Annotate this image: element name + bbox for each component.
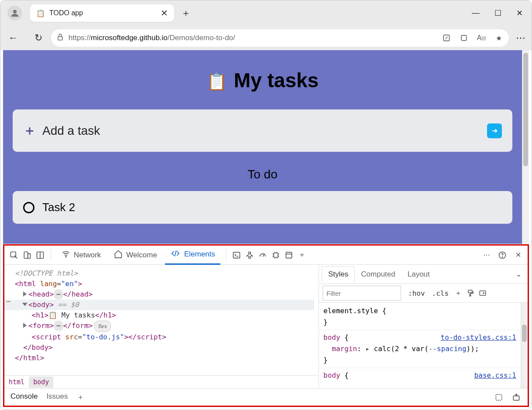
dom-line[interactable]: <script src="to-do.js"></script> <box>15 332 314 342</box>
clipboard-icon: 📋 <box>36 9 45 17</box>
submit-task-button[interactable]: ➜ <box>487 123 502 138</box>
address-bar-row: ← ↻ https://microsoftedge.github.io/Demo… <box>0 26 532 50</box>
favorite-star-icon[interactable]: ★ <box>494 33 504 43</box>
crumb-html[interactable]: html <box>4 376 29 388</box>
tab-computed[interactable]: Computed <box>355 266 401 282</box>
inspect-icon[interactable] <box>9 250 19 260</box>
close-devtools-icon[interactable]: ✕ <box>513 250 523 260</box>
tab-layout[interactable]: Layout <box>402 266 436 282</box>
dom-line[interactable]: <h1>📋 My tasks</h1> <box>15 310 314 321</box>
memory-icon[interactable] <box>271 250 281 260</box>
tab[interactable]: 📋 TODO app ✕ <box>30 4 174 22</box>
page-viewport: 📋My tasks ＋ Add a task ➜ To do Task 2 <box>3 50 522 244</box>
minimize-icon[interactable]: — <box>472 8 480 18</box>
css-source-link[interactable]: to-do-styles.css:1 <box>441 332 516 343</box>
svg-line-15 <box>263 254 264 256</box>
svg-point-9 <box>65 256 66 257</box>
application-icon[interactable] <box>284 250 294 260</box>
styles-filter-input[interactable] <box>323 286 401 301</box>
more-tools-icon[interactable]: ⋯ <box>481 250 492 260</box>
drawer-expand-icon[interactable] <box>511 392 522 403</box>
refresh-button[interactable]: ↻ <box>32 32 45 44</box>
home-icon <box>114 249 123 260</box>
svg-rect-1 <box>58 37 63 40</box>
maximize-icon[interactable]: ☐ <box>494 8 501 18</box>
titlebar: 📋 TODO app ✕ ＋ — ☐ ✕ <box>0 0 532 26</box>
clipboard-icon: 📋 <box>206 72 227 91</box>
drawer-tab-console[interactable]: Console <box>10 392 38 402</box>
tab-welcome[interactable]: Welcome <box>109 246 162 265</box>
devtools-panel: Network Welcome Elements ＋ ⋯ ✕ <!DOCTYPE… <box>3 244 529 407</box>
new-style-icon[interactable]: ＋ <box>452 287 464 299</box>
add-tab-icon[interactable]: ＋ <box>297 250 307 260</box>
svg-line-10 <box>175 250 176 256</box>
drawer-tab-issues[interactable]: Issues <box>46 392 68 402</box>
tab-elements[interactable]: Elements <box>165 246 220 265</box>
dom-line[interactable]: <form>⋯</form>flex <box>15 321 314 332</box>
svg-rect-33 <box>513 396 519 400</box>
cls-toggle[interactable]: .cls <box>429 289 453 297</box>
svg-rect-6 <box>28 253 31 258</box>
svg-point-14 <box>248 256 251 258</box>
add-drawer-tab-icon[interactable]: ＋ <box>77 392 84 402</box>
tab-styles[interactable]: Styles <box>322 266 355 283</box>
read-aloud-icon[interactable]: A))) <box>477 33 486 43</box>
wifi-icon <box>62 249 70 260</box>
code-icon <box>170 249 181 260</box>
task-item[interactable]: Task 2 <box>13 191 512 224</box>
page-title: 📋My tasks <box>13 68 512 92</box>
computed-toggle-icon[interactable] <box>477 287 489 299</box>
sources-icon[interactable] <box>244 250 255 260</box>
dom-line[interactable]: </html> <box>15 353 314 363</box>
help-icon[interactable] <box>497 250 508 260</box>
css-rules[interactable]: element.style { } body {to-do-styles.css… <box>319 303 521 388</box>
devtools-tabbar: Network Welcome Elements ＋ ⋯ ✕ <box>4 246 528 265</box>
page-scrollbar[interactable] <box>522 50 529 244</box>
performance-icon[interactable] <box>257 250 268 260</box>
dom-line[interactable]: <head>⋯</head> <box>15 289 314 300</box>
svg-point-13 <box>248 252 251 254</box>
edit-icon[interactable] <box>442 33 451 43</box>
dock-icon[interactable] <box>35 250 45 260</box>
css-source-link[interactable]: base.css:1 <box>474 370 516 381</box>
profile-avatar[interactable] <box>7 6 22 20</box>
dom-tree-pane[interactable]: <!DOCTYPE html> <html lang="en"> <head>⋯… <box>4 265 319 388</box>
window-controls: — ☐ ✕ <box>472 8 527 18</box>
add-task-card: ＋ Add a task ➜ <box>13 109 512 152</box>
checkbox-circle-icon[interactable] <box>23 202 34 213</box>
svg-rect-30 <box>470 295 471 296</box>
add-task-input[interactable]: Add a task <box>42 124 100 138</box>
console-icon[interactable] <box>231 250 242 260</box>
dom-line[interactable]: <!DOCTYPE html> <box>15 268 314 279</box>
new-tab-button[interactable]: ＋ <box>181 7 191 20</box>
dom-selected-line[interactable]: ⋯ <body> == $0 <box>4 300 314 310</box>
paint-icon[interactable] <box>464 287 477 299</box>
hov-toggle[interactable]: :hov <box>405 289 429 297</box>
dom-line[interactable]: <html lang="en"> <box>15 279 314 289</box>
dom-line[interactable]: </body> <box>15 342 314 353</box>
crumb-body[interactable]: body <box>29 376 53 388</box>
close-window-icon[interactable]: ✕ <box>516 8 523 18</box>
task-label: Task 2 <box>42 201 75 214</box>
svg-rect-16 <box>274 253 278 257</box>
more-icon[interactable]: ⋯ <box>516 32 525 44</box>
svg-rect-25 <box>286 252 292 258</box>
device-toggle-icon[interactable] <box>22 250 32 260</box>
svg-rect-11 <box>233 252 240 258</box>
close-icon[interactable]: ✕ <box>161 8 168 18</box>
tab-title: TODO app <box>49 9 156 17</box>
page-content: 📋My tasks ＋ Add a task ➜ To do Task 2 <box>3 50 522 244</box>
devtools-drawer: Console Issues ＋ <box>4 388 528 406</box>
svg-point-28 <box>502 256 503 257</box>
app-icon[interactable] <box>459 33 469 43</box>
drawer-issues-icon[interactable] <box>494 392 504 403</box>
back-button[interactable]: ← <box>7 32 20 44</box>
lock-icon <box>56 33 64 43</box>
address-bar[interactable]: https://microsoftedge.github.io/Demos/de… <box>51 29 509 47</box>
styles-scrollbar[interactable] <box>521 303 528 388</box>
tab-network[interactable]: Network <box>56 246 106 265</box>
svg-rect-3 <box>461 35 467 41</box>
svg-rect-5 <box>24 252 27 258</box>
url-text: https://microsoftedge.github.io/Demos/de… <box>69 34 235 42</box>
chevron-down-icon[interactable]: ⌄ <box>516 270 525 278</box>
